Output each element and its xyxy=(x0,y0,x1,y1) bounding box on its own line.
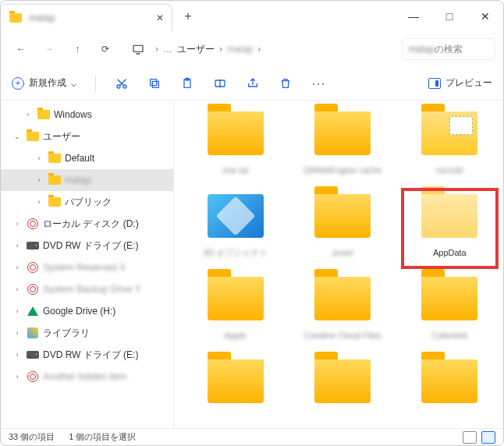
expand-icon[interactable]: › xyxy=(23,111,34,119)
folder-item[interactable] xyxy=(404,356,495,428)
folder-item[interactable]: one ad xyxy=(190,108,281,183)
tree-item[interactable]: ›ローカル ディスク (D:) xyxy=(1,213,173,235)
gdrive-icon xyxy=(26,305,40,317)
expand-icon[interactable]: › xyxy=(12,242,23,250)
preview-button[interactable]: プレビュー xyxy=(428,76,492,90)
main-area: ›Windows⌄ユーザー›Default›matap›パブリック›ローカル デ… xyxy=(1,101,503,428)
folder-icon xyxy=(421,112,477,155)
tree-item[interactable]: ›Google Drive (H:) xyxy=(1,300,173,322)
tree-label: Windows xyxy=(54,109,92,120)
refresh-button[interactable]: ⟳ xyxy=(93,37,118,62)
expand-icon[interactable]: › xyxy=(12,307,23,315)
tree-label: DVD RW ドライブ (E:) xyxy=(43,239,138,253)
tab-close-icon[interactable]: ✕ xyxy=(156,12,164,23)
nav-tree[interactable]: ›Windows⌄ユーザー›Default›matap›パブリック›ローカル デ… xyxy=(1,101,174,428)
chevron-down-icon: ⌵ xyxy=(71,78,76,89)
crumb-current[interactable]: matap xyxy=(227,44,253,55)
tree-item[interactable]: ›System Backup Drive Y xyxy=(1,278,173,300)
toolbar: + 新規作成 ⌵ ⋯ プレビュー xyxy=(1,66,503,101)
folder-icon xyxy=(421,194,477,238)
tree-label: ライブラリ xyxy=(43,327,90,340)
svg-rect-0 xyxy=(133,45,143,51)
folder-icon xyxy=(314,112,371,155)
close-window-button[interactable]: ✕ xyxy=(467,1,503,32)
folder-icon xyxy=(421,277,477,320)
copy-button[interactable] xyxy=(147,76,161,90)
divider xyxy=(95,75,96,92)
expand-icon[interactable]: › xyxy=(12,373,23,381)
folder-item[interactable]: AppData xyxy=(404,191,495,266)
tree-item[interactable]: ›Another hidden item xyxy=(1,366,173,388)
folder-icon xyxy=(314,194,371,238)
tree-item[interactable]: ›DVD RW ドライブ (E:) xyxy=(1,344,173,366)
maximize-button[interactable]: □ xyxy=(431,1,467,32)
folder-item[interactable] xyxy=(296,356,388,428)
disc-icon xyxy=(26,218,40,230)
expand-icon[interactable]: › xyxy=(12,351,23,359)
rename-button[interactable] xyxy=(213,76,227,90)
folder-item[interactable]: Creative Cloud Files xyxy=(296,274,388,349)
new-button[interactable]: + 新規作成 ⌵ xyxy=(12,76,76,90)
expand-icon[interactable]: › xyxy=(12,264,23,271)
share-button[interactable] xyxy=(246,76,260,90)
folder-icon xyxy=(208,194,264,238)
more-button[interactable]: ⋯ xyxy=(311,76,325,90)
folder-item[interactable]: Apple xyxy=(190,274,281,349)
back-button[interactable]: ← xyxy=(9,37,34,62)
minimize-button[interactable]: — xyxy=(396,1,431,32)
tree-item[interactable]: ›DVD RW ドライブ (E:) xyxy=(1,235,173,257)
tree-label: パブリック xyxy=(65,196,112,209)
folder-item[interactable]: vscode xyxy=(404,108,495,183)
folder-icon xyxy=(9,12,23,24)
view-grid-button[interactable] xyxy=(481,431,495,444)
tree-item[interactable]: ›Default xyxy=(1,147,173,169)
expand-icon[interactable]: ⌄ xyxy=(12,133,23,140)
expand-icon[interactable]: › xyxy=(34,176,44,184)
disc-icon xyxy=(26,283,40,296)
forward-button[interactable]: → xyxy=(37,37,62,62)
expand-icon[interactable]: › xyxy=(12,285,23,293)
folder-icon xyxy=(314,359,371,403)
crumb-users[interactable]: ユーザー xyxy=(177,43,215,56)
tree-item[interactable]: ›パブリック xyxy=(1,191,173,213)
expand-icon[interactable]: › xyxy=(34,198,44,206)
tab-title: matap xyxy=(29,12,150,23)
folder-icon xyxy=(48,174,62,186)
tree-item[interactable]: ›System Reserved X xyxy=(1,257,173,278)
folder-item[interactable]: QtWebEngine cache xyxy=(296,108,388,183)
folder-icon xyxy=(314,277,371,320)
new-tab-button[interactable]: + xyxy=(172,1,204,32)
plus-icon: + xyxy=(12,77,24,90)
folder-item[interactable]: ansel xyxy=(296,191,388,266)
folder-item[interactable] xyxy=(190,356,281,428)
expand-icon[interactable]: › xyxy=(12,220,23,228)
folder-content[interactable]: one adQtWebEngine cachevscode3D オブジェクトan… xyxy=(174,101,503,428)
preview-label: プレビュー xyxy=(445,76,492,90)
folder-icon xyxy=(48,152,62,165)
folder-label: Creative Cloud Files xyxy=(303,325,381,345)
view-list-button[interactable] xyxy=(463,431,477,444)
preview-icon xyxy=(428,78,441,89)
disc-icon xyxy=(26,261,40,274)
tree-label: matap xyxy=(65,175,91,186)
delete-button[interactable] xyxy=(279,76,293,90)
search-input[interactable]: matap の検索 xyxy=(402,38,495,60)
tree-item[interactable]: ›Windows xyxy=(1,104,173,126)
tree-label: Another hidden item xyxy=(43,371,126,382)
cut-button[interactable] xyxy=(115,76,129,90)
tree-item[interactable]: ›ライブラリ xyxy=(1,322,173,344)
tab-current[interactable]: matap ✕ xyxy=(1,4,172,32)
tree-item[interactable]: ›matap xyxy=(1,169,173,191)
folder-icon xyxy=(208,359,264,403)
pc-icon[interactable] xyxy=(126,37,151,62)
folder-item[interactable]: 3D オブジェクト xyxy=(190,191,281,266)
more-icon[interactable]: … xyxy=(163,44,172,55)
folder-item[interactable]: Cyberlink xyxy=(404,274,495,349)
svg-rect-6 xyxy=(152,81,158,87)
expand-icon[interactable]: › xyxy=(34,154,44,162)
tree-label: DVD RW ドライブ (E:) xyxy=(43,349,138,362)
paste-button[interactable] xyxy=(180,76,194,90)
expand-icon[interactable]: › xyxy=(12,329,23,337)
tree-item[interactable]: ⌄ユーザー xyxy=(1,126,173,147)
up-button[interactable]: ↑ xyxy=(65,37,90,62)
